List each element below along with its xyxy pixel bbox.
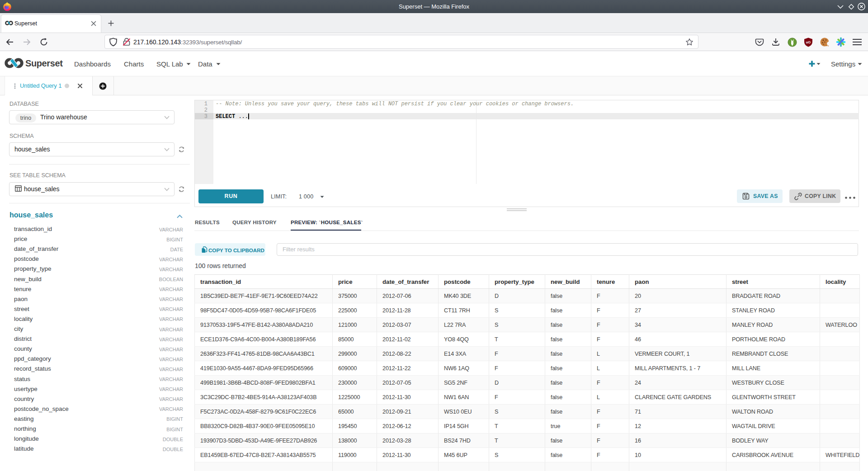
svg-text:uO: uO (806, 40, 811, 44)
